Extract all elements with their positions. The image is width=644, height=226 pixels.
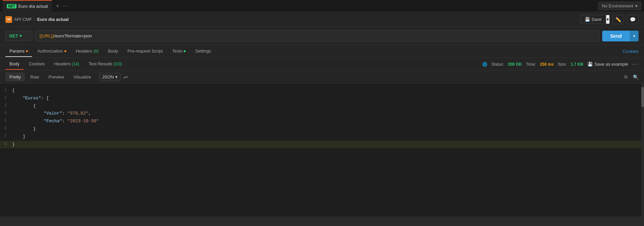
size-value: 1.7 KB [571,62,583,67]
breadcrumb-separator: / [34,17,35,22]
tab-authorization[interactable]: Authorization [33,46,70,57]
code-line-1: 1 { [0,87,644,95]
response-status-area: 🌐 Status: 200 OK Time: 256 ms Size: 1.7 … [482,61,639,67]
method-chevron-icon: ▾ [20,33,22,38]
view-tab-visualize[interactable]: Visualize [69,72,95,82]
save-example-icon: 💾 [587,62,593,67]
tab-tests[interactable]: Tests [168,46,190,57]
save-icon: 💾 [585,17,590,22]
cookies-link[interactable]: Cookies [623,49,639,54]
save-example-label: Save as example [594,62,628,67]
header-actions: 💾 Save ▾ ✏️ 💬 [580,15,639,24]
response-tabs-bar: Body Cookies Headers (14) Test Results (… [0,58,644,71]
response-tab-headers[interactable]: Headers (14) [50,59,83,70]
url-path: /euro?formato=json [54,33,92,38]
response-tab-test-results[interactable]: Test Results (3/3) [85,59,126,70]
format-label: JSON [102,74,114,79]
tab-icons: + ··· [56,3,68,9]
tab-title: Euro día actual [19,4,48,9]
params-dot [26,50,28,52]
send-button-group: Send ▾ [602,31,639,41]
search-button[interactable]: 🔍 [633,74,639,80]
globe-icon: 🌐 [482,62,487,67]
new-tab-button[interactable]: + [56,3,59,9]
test-results-count: (3/3) [114,62,122,66]
code-container: 1 { 2 "Euros": [ 3 { 4 "Valor": "978,82"… [0,84,644,217]
method-selector[interactable]: GET ▾ [5,31,32,41]
code-line-8: 8 } [0,141,644,149]
breadcrumb: HTP API CMF / Euro día actual [5,16,69,23]
response-headers-count: (14) [72,62,79,66]
breadcrumb-current: Euro día actual [37,17,68,22]
tab-method-badge: GET [7,4,17,8]
response-tab-cookies[interactable]: Cookies [25,59,49,70]
environment-selector[interactable]: No Environment ▾ [598,2,641,10]
tab-settings[interactable]: Settings [191,46,215,57]
format-chevron-icon: ▾ [115,74,118,79]
save-dropdown-button[interactable]: ▾ [606,15,610,24]
code-line-4: 4 "Valor": "978,82", [0,110,644,118]
scrollbar-thumb[interactable] [641,87,644,107]
code-line-6: 6 } [0,125,644,133]
save-label: Save [591,17,602,22]
response-view-bar: Pretty Raw Preview Visualize JSON ▾ ⇌ ⧉ … [0,71,644,84]
scrollbar-track[interactable] [641,84,644,217]
size-label: Size: [558,62,567,67]
code-line-3: 3 { [0,102,644,110]
save-as-example-button[interactable]: 💾 Save as example [587,62,628,67]
url-input-container[interactable]: {{URL}} /euro?formato=json [35,30,600,41]
comments-button[interactable]: 💬 [627,15,639,24]
tab-more-button[interactable]: ··· [63,3,67,9]
save-button[interactable]: 💾 Save [580,15,606,24]
api-icon: HTP [5,16,12,23]
tab-bar: GET Euro día actual + ··· No Environment… [0,0,644,12]
active-tab[interactable]: GET Euro día actual [3,0,52,12]
method-label: GET [9,33,18,38]
time-value: 256 ms [540,62,554,67]
code-line-7: 7 ] [0,133,644,141]
bottom-bar [0,217,644,226]
env-label: No Environment [602,3,633,8]
view-tab-preview[interactable]: Preview [44,72,68,82]
auth-dot [64,50,66,52]
view-tab-raw[interactable]: Raw [26,72,43,82]
copy-button[interactable]: ⧉ [624,74,627,80]
send-button[interactable]: Send [602,31,630,41]
edit-button[interactable]: ✏️ [612,15,624,24]
response-tab-body[interactable]: Body [5,59,24,70]
env-chevron-icon: ▾ [635,3,638,8]
url-variable: {{URL}} [39,33,54,38]
format-selector[interactable]: JSON ▾ [99,73,121,81]
status-value: 200 OK [508,62,522,67]
breadcrumb-api[interactable]: API CMF [14,17,32,22]
tab-params[interactable]: Params [5,46,32,57]
save-button-group: 💾 Save ▾ [580,15,610,24]
response-more-button[interactable]: ··· [632,61,639,67]
view-tab-pretty[interactable]: Pretty [5,72,25,82]
status-label: Status: [491,62,504,67]
tab-pre-request[interactable]: Pre-request Script [123,46,167,57]
send-dropdown-button[interactable]: ▾ [630,31,639,41]
tab-headers[interactable]: Headers (6) [72,46,103,57]
code-line-2: 2 "Euros": [ [0,95,644,102]
request-tabs: Params Authorization Headers (6) Body Pr… [0,45,644,58]
url-bar: GET ▾ {{URL}} /euro?formato=json Send ▾ [0,27,644,45]
tab-body[interactable]: Body [104,46,122,57]
tests-dot [184,50,186,52]
header-bar: HTP API CMF / Euro día actual 💾 Save ▾ ✏… [0,12,644,27]
time-label: Time: [526,62,536,67]
headers-count: (6) [94,49,99,54]
code-area[interactable]: 1 { 2 "Euros": [ 3 { 4 "Valor": "978,82"… [0,84,644,152]
wrap-lines-button[interactable]: ⇌ [123,74,128,80]
code-line-5: 5 "Fecha": "2023-10-30" [0,118,644,125]
